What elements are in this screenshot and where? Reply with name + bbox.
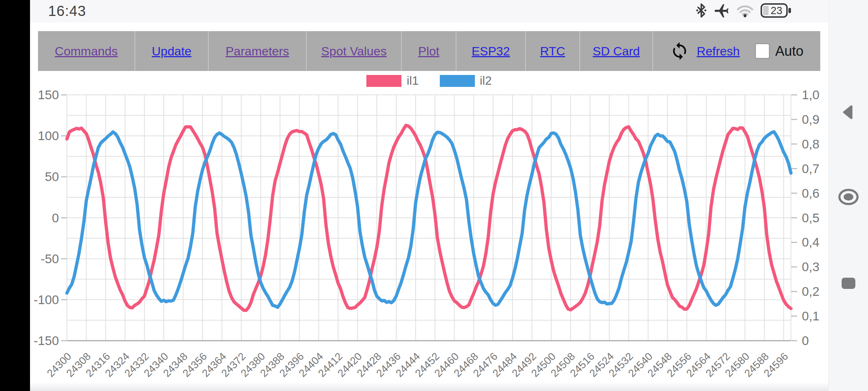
toolbar-link-parameters[interactable]: Parameters [226,44,289,58]
y-left-tick-label: -150 [34,333,59,348]
y-right-tick-label: 0 [802,333,809,348]
legend-swatch-il1 [366,75,401,87]
toolbar-cell-rtc: RTC [526,31,580,71]
airplane-mode-icon [713,2,730,20]
y-right-tick-label: 0,9 [802,112,820,126]
toolbar-link-sd-card[interactable]: SD Card [593,44,640,58]
toolbar-cell-esp32: ESP32 [456,31,526,71]
y-right-tick-label: 0,5 [802,211,820,225]
y-left-tick-label: -100 [34,293,59,307]
legend-label-il1: il1 [407,74,418,88]
toolbar-cell-parameters: Parameters [209,31,307,71]
phone-screen: 16:43 [0,0,868,391]
y-right-tick-label: 0,4 [802,235,820,249]
android-back-button[interactable] [840,104,857,121]
legend-label-il2: il2 [480,74,492,88]
bottom-fade [30,382,828,391]
refresh-icon[interactable] [670,41,689,61]
toolbar-cell-spot-values: Spot Values [307,31,402,71]
legend-swatch-il2 [440,75,475,87]
android-recents-button[interactable] [840,276,857,291]
auto-checkbox-label: Auto [775,43,803,59]
bluetooth-icon [696,3,707,20]
auto-checkbox[interactable] [755,43,770,59]
series-line-il2 [67,132,791,307]
camera-notch-strip [0,0,30,391]
y-left-tick-label: -50 [41,252,59,266]
chart-legend: il1il2 [30,74,828,88]
toolbar-link-update[interactable]: Update [152,44,192,58]
y-left-tick-label: 100 [38,129,59,143]
waveform-chart: 150100500-50-100-1501,00,90,80,70,60,50,… [30,71,828,391]
y-right-tick-label: 0,7 [802,161,820,176]
y-right-tick-label: 0,6 [802,186,820,200]
y-right-tick-label: 0,3 [802,260,820,274]
y-right-tick-label: 0,2 [802,284,820,298]
status-icons: 23 [696,2,792,20]
battery-percent: 23 [771,5,782,16]
toolbar-cell-sd-card: SD Card [580,31,653,71]
y-right-tick-label: 1,0 [802,88,820,102]
toolbar-link-esp32[interactable]: ESP32 [472,44,510,58]
wifi-icon [736,4,754,19]
toolbar-cell-refresh: Refresh Auto [653,31,820,71]
battery-icon: 23 [760,2,792,20]
y-right-tick-label: 0,1 [802,309,820,323]
toolbar-link-rtc[interactable]: RTC [540,44,565,58]
toolbar: CommandsUpdateParametersSpot ValuesPlotE… [38,31,820,71]
y-right-tick-label: 0,8 [802,137,820,151]
refresh-link[interactable]: Refresh [697,44,740,58]
y-left-tick-label: 50 [45,169,59,184]
y-left-tick-label: 150 [38,88,59,102]
status-bar: 16:43 [30,0,828,22]
toolbar-cell-update: Update [135,31,209,71]
toolbar-cell-commands: Commands [38,31,135,71]
toolbar-link-plot[interactable]: Plot [418,44,439,58]
toolbar-link-spot-values[interactable]: Spot Values [321,44,387,58]
toolbar-link-commands[interactable]: Commands [55,44,118,58]
android-home-button[interactable] [838,188,859,206]
toolbar-cell-plot: Plot [402,31,456,71]
chart-area: 150100500-50-100-1501,00,90,80,70,60,50,… [30,71,828,391]
android-navigation-bar [828,0,868,391]
browser-content: 16:43 [30,0,828,391]
clock: 16:43 [48,3,86,19]
y-left-tick-label: 0 [52,211,59,225]
